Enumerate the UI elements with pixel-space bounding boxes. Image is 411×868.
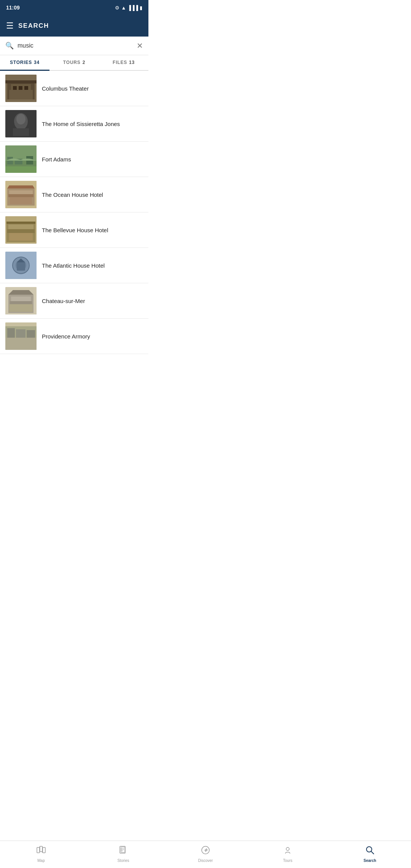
svg-rect-37 — [9, 304, 33, 312]
svg-rect-44 — [37, 847, 40, 853]
result-thumbnail — [5, 110, 37, 137]
svg-rect-45 — [40, 846, 43, 852]
result-thumbnail — [5, 145, 37, 173]
search-input[interactable] — [18, 42, 137, 49]
svg-rect-26 — [7, 229, 35, 233]
bottom-nav: Map Stories Discover — [0, 841, 148, 868]
tab-stories[interactable]: STORIES 34 — [0, 55, 49, 71]
result-title: The Atlantic House Hotel — [42, 262, 105, 270]
result-thumbnail — [5, 181, 37, 208]
svg-rect-4 — [19, 86, 22, 90]
list-item[interactable]: Providence Armory — [0, 319, 148, 354]
result-title: Providence Armory — [42, 332, 90, 340]
clear-icon[interactable]: ✕ — [137, 41, 143, 50]
wifi-icon: ▲ — [121, 5, 126, 11]
svg-rect-46 — [43, 847, 45, 853]
svg-rect-6 — [9, 90, 33, 99]
svg-rect-32 — [17, 262, 25, 271]
svg-rect-11 — [13, 128, 29, 136]
status-icons: ⚙ ▲ ▐▐▐ ▮ — [115, 5, 142, 11]
svg-rect-43 — [5, 338, 37, 350]
svg-rect-27 — [9, 233, 33, 241]
header: ☰ SEARCH — [0, 15, 148, 37]
result-thumbnail — [5, 216, 37, 244]
stories-icon — [118, 845, 128, 857]
svg-rect-3 — [13, 86, 17, 90]
result-thumbnail — [5, 287, 37, 314]
map-icon — [36, 845, 46, 857]
nav-label-stories: Stories — [117, 858, 129, 863]
svg-rect-7 — [5, 80, 37, 83]
search-bar: 🔍 ✕ — [0, 37, 148, 55]
menu-icon[interactable]: ☰ — [6, 21, 14, 31]
status-time: 11:09 — [6, 5, 20, 11]
result-thumbnail — [5, 322, 37, 350]
svg-rect-36 — [10, 301, 32, 304]
nav-label-map: Map — [37, 858, 45, 863]
nav-item-map[interactable]: Map — [30, 845, 53, 863]
svg-rect-21 — [8, 194, 33, 197]
page-title: SEARCH — [18, 22, 49, 30]
svg-rect-28 — [6, 222, 35, 224]
result-thumbnail — [5, 252, 37, 279]
tabs-bar: STORIES 34 TOURS 2 FILES 13 — [0, 55, 148, 71]
result-title: The Bellevue House Hotel — [42, 226, 108, 234]
status-bar: 11:09 ⚙ ▲ ▐▐▐ ▮ — [0, 0, 148, 15]
settings-status-icon: ⚙ — [115, 5, 119, 11]
nav-item-stories[interactable]: Stories — [112, 845, 135, 863]
result-title: The Home of Sissieretta Jones — [42, 120, 120, 128]
list-item[interactable]: The Home of Sissieretta Jones — [0, 106, 148, 142]
svg-rect-22 — [10, 197, 32, 204]
search-icon: 🔍 — [5, 41, 14, 50]
svg-rect-20 — [9, 190, 33, 194]
result-title: Chateau-sur-Mer — [42, 297, 85, 305]
svg-rect-35 — [11, 297, 31, 301]
list-item[interactable]: Fort Adams — [0, 142, 148, 177]
list-item[interactable]: The Bellevue House Hotel — [0, 212, 148, 248]
result-title: Columbus Theater — [42, 85, 89, 93]
svg-point-10 — [16, 114, 25, 124]
list-item[interactable]: The Atlantic House Hotel — [0, 248, 148, 283]
list-item[interactable]: Columbus Theater — [0, 71, 148, 106]
result-thumbnail — [5, 75, 37, 102]
svg-rect-5 — [24, 86, 28, 90]
list-item[interactable]: Chateau-sur-Mer — [0, 283, 148, 319]
svg-rect-25 — [8, 225, 33, 229]
list-item[interactable]: The Ocean House Hotel — [0, 177, 148, 212]
tab-files[interactable]: FILES 13 — [99, 55, 148, 71]
signal-icon: ▐▐▐ — [127, 5, 138, 11]
svg-rect-17 — [5, 166, 37, 173]
result-title: The Ocean House Hotel — [42, 191, 103, 199]
tab-tours[interactable]: TOURS 2 — [49, 55, 99, 71]
results-list: Columbus TheaterThe Home of Sissieretta … — [0, 71, 148, 385]
battery-icon: ▮ — [140, 5, 142, 11]
result-title: Fort Adams — [42, 155, 71, 163]
